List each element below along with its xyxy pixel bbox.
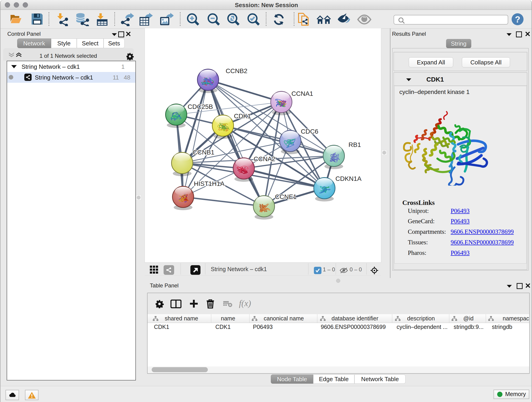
svg-text:CDC25B: CDC25B [188,103,213,110]
svg-text:CCNE1: CCNE1 [275,193,297,200]
svg-text:CDC6: CDC6 [301,128,318,135]
svg-text:CDK1: CDK1 [234,113,251,120]
svg-text:CDKN1A: CDKN1A [336,175,361,182]
svg-text:HIST1H1A: HIST1H1A [194,180,225,187]
svg-text:CCNB1: CCNB1 [193,149,215,156]
svg-text:CCNB2: CCNB2 [226,67,247,75]
svg-text:CCNA1: CCNA1 [291,90,313,97]
svg-text:RB1: RB1 [348,141,361,148]
svg-text:CCNA2: CCNA2 [254,155,275,162]
